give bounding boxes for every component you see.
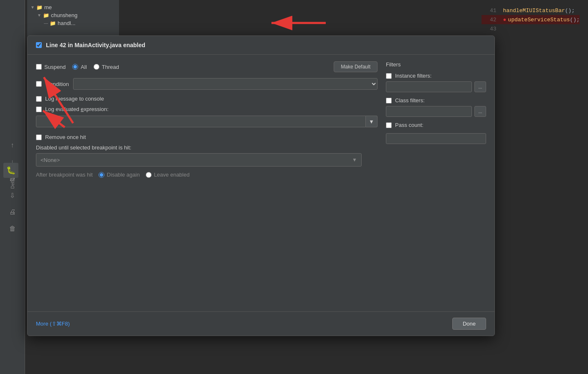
remove-once-hit-checkbox[interactable] <box>36 134 42 140</box>
suspend-wrap: Suspend <box>36 64 66 70</box>
class-filters-browse-button[interactable]: ... <box>474 106 486 117</box>
disable-again-label: Disable again <box>107 172 140 178</box>
suspend-checkbox[interactable] <box>36 64 42 70</box>
tree-arrow-me: ▼ <box>30 5 35 10</box>
make-default-button[interactable]: Make Default <box>334 61 378 72</box>
all-label: All <box>81 64 86 70</box>
tree-label-handl: handl... <box>58 20 76 26</box>
remove-once-hit-row: Remove once hit <box>36 134 378 140</box>
none-dropdown[interactable]: <None> ▼ <box>36 153 362 167</box>
thread-radio[interactable] <box>94 64 99 70</box>
code-text-41: handleMIUIStatusBar <box>503 8 565 14</box>
title-checkbox[interactable] <box>36 42 42 48</box>
instance-filters-label-row: Instance filters: <box>386 73 486 79</box>
pass-count-row: Pass count: <box>386 122 486 144</box>
dialog-left-panel: Suspend All Thread Make Default Conditio… <box>36 61 378 184</box>
filters-title: Filters <box>386 61 486 68</box>
expression-input[interactable] <box>36 116 366 127</box>
leave-enabled-label: Leave enabled <box>154 172 190 178</box>
dialog-title-bar: Line 42 in MainActivity.java enabled <box>28 36 494 55</box>
leave-enabled-radio[interactable] <box>146 172 152 178</box>
sidebar-icon-up[interactable]: ↑ <box>7 139 18 151</box>
condition-dropdown[interactable] <box>73 78 378 90</box>
code-line-42: 42 ● updateServiceStatus(); <box>482 15 580 24</box>
tree-node-chunsheng[interactable]: ▼ 📁 chunsheng <box>30 11 116 19</box>
code-text-42: updateServiceStatus <box>508 17 570 23</box>
all-radio-wrap: All <box>72 64 86 70</box>
log-eval-row: Log evaluated expression: <box>36 106 378 112</box>
dialog-title-text: Line 42 in MainActivity.java enabled <box>46 42 145 48</box>
class-filters-label-row: Class filters: <box>386 97 486 104</box>
debug-icon[interactable]: 🐛 <box>3 163 18 178</box>
remove-once-hit-label: Remove once hit <box>45 134 86 140</box>
pass-count-checkbox[interactable] <box>386 122 392 128</box>
instance-filters-input-row: ... <box>386 81 486 92</box>
log-eval-checkbox[interactable] <box>36 106 42 112</box>
line-num-41: 41 <box>482 8 497 14</box>
dialog-footer: More (⇧⌘F8) Done <box>28 311 494 336</box>
class-filters-row: Class filters: ... <box>386 97 486 117</box>
expression-dropdown-button[interactable]: ▼ <box>366 116 378 127</box>
sidebar-icon-print[interactable]: 🖨 <box>7 206 18 218</box>
after-bp-label: After breakpoint was hit <box>36 172 93 178</box>
leave-enabled-wrap: Leave enabled <box>146 172 190 178</box>
pass-count-label: Pass count: <box>395 122 423 128</box>
tree-node-handl[interactable]: — 📁 handl... <box>30 19 116 27</box>
instance-filters-browse-button[interactable]: ... <box>474 81 486 92</box>
instance-filters-row: Instance filters: ... <box>386 73 486 92</box>
class-filters-checkbox[interactable] <box>386 98 392 104</box>
chevron-down-icon: ▼ <box>352 157 357 163</box>
condition-checkbox[interactable] <box>36 81 42 87</box>
breakpoint-dialog: Line 42 in MainActivity.java enabled Sus… <box>27 35 495 336</box>
instance-filters-checkbox[interactable] <box>386 73 392 79</box>
dialog-body: Suspend All Thread Make Default Conditio… <box>28 55 494 184</box>
log-eval-label: Log evaluated expression: <box>45 106 109 112</box>
disabled-until-label: Disabled until selected breakpoint is hi… <box>36 144 378 151</box>
disable-again-wrap: Disable again <box>99 172 140 178</box>
expression-input-row: ▼ <box>36 116 378 127</box>
condition-label: Condition <box>46 81 69 87</box>
dialog-right-panel: Filters Instance filters: ... Class filt… <box>386 61 486 184</box>
line-num-43: 43 <box>482 26 497 32</box>
code-line-41: 41 handleMIUIStatusBar(); <box>482 6 580 15</box>
thread-radio-wrap: Thread <box>94 64 119 70</box>
suspend-row: Suspend All Thread Make Default <box>36 61 378 72</box>
thread-label: Thread <box>102 64 119 70</box>
sidebar-icon-delete[interactable]: 🗑 <box>7 223 18 235</box>
folder-icon-chunsheng: 📁 <box>43 13 49 18</box>
breakpoint-marker: ● <box>503 17 507 23</box>
pass-count-label-row: Pass count: <box>386 122 486 128</box>
instance-filters-input[interactable] <box>386 81 472 92</box>
line-num-42: 42 <box>482 17 497 23</box>
folder-icon-handl: 📁 <box>50 20 56 26</box>
pass-count-input[interactable] <box>386 133 486 144</box>
folder-icon-me: 📁 <box>36 5 43 10</box>
all-radio[interactable] <box>72 64 78 70</box>
tree-label-chunsheng: chunsheng <box>51 12 78 18</box>
class-filters-input-row: ... <box>386 106 486 117</box>
tree-arrow-handl: — <box>44 21 48 25</box>
none-option-text: <None> <box>41 157 352 163</box>
tree-node-me[interactable]: ▼ 📁 me <box>30 3 116 11</box>
code-area-right: 41 handleMIUIStatusBar(); 42 ● updateSer… <box>482 6 580 33</box>
code-line-43: 43 <box>482 24 580 33</box>
tree-label-me: me <box>44 4 52 10</box>
tree-arrow-chunsheng: ▼ <box>37 13 41 18</box>
class-filters-input[interactable] <box>386 106 472 117</box>
instance-filters-label: Instance filters: <box>395 73 431 79</box>
log-message-checkbox[interactable] <box>36 96 42 102</box>
more-link[interactable]: More (⇧⌘F8) <box>36 321 70 327</box>
after-breakpoint-row: After breakpoint was hit Disable again L… <box>36 172 378 178</box>
disable-again-radio[interactable] <box>99 172 104 178</box>
log-message-label: Log message to console <box>45 96 104 102</box>
suspend-label: Suspend <box>44 64 66 70</box>
done-button[interactable]: Done <box>452 318 486 330</box>
class-filters-label: Class filters: <box>395 97 425 104</box>
condition-row: Condition <box>36 78 378 90</box>
log-message-row: Log message to console <box>36 96 378 102</box>
